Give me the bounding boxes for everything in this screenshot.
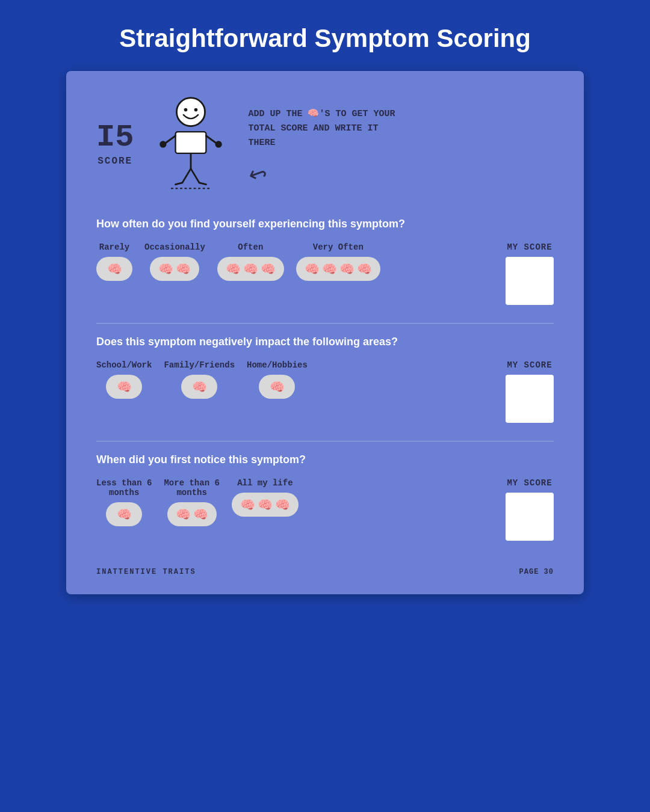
brain-icon: 🧠 (158, 262, 173, 276)
svg-point-2 (194, 108, 198, 112)
question-1-section: How often do you find yourself experienc… (96, 218, 554, 305)
main-card: I5 SCORE (66, 71, 584, 594)
option-all-my-life-brains: 🧠 🧠 🧠 (232, 493, 299, 517)
brain-icon: 🧠 (305, 262, 320, 276)
brain-icon: 🧠 (243, 262, 258, 276)
option-home-hobbies: Home/Hobbies 🧠 (247, 360, 308, 399)
option-school-work: School/Work 🧠 (96, 360, 152, 399)
hero-section: I5 SCORE (96, 95, 554, 194)
option-all-my-life: All my life 🧠 🧠 🧠 (232, 478, 299, 517)
my-score-label-2: MY SCORE (507, 360, 552, 370)
score-input-box-3[interactable] (506, 493, 554, 541)
option-family-friends-brains: 🧠 (181, 375, 217, 399)
svg-line-12 (200, 183, 206, 185)
question-2-text: Does this symptom negatively impact the … (96, 336, 554, 348)
option-very-often-brains: 🧠 🧠 🧠 🧠 (296, 257, 380, 281)
svg-point-0 (177, 98, 205, 126)
option-all-my-life-label: All my life (237, 478, 292, 488)
divider-1 (96, 323, 554, 324)
stick-figure-icon (152, 95, 230, 191)
my-score-label-3: MY SCORE (507, 478, 552, 488)
brain-icon: 🧠 (240, 497, 255, 512)
arrow-icon: ↩ (246, 149, 300, 189)
option-often-label: Often (238, 242, 263, 252)
question-2-section: Does this symptom negatively impact the … (96, 336, 554, 423)
brain-icon: 🧠 (226, 262, 241, 276)
option-more-than-6-label: More than 6months (164, 478, 219, 497)
score-input-box-1[interactable] (506, 257, 554, 305)
option-occasionally: Occasionally 🧠 🧠 (144, 242, 205, 281)
brain-icon: 🧠 (117, 380, 132, 394)
option-often-brains: 🧠 🧠 🧠 (217, 257, 284, 281)
question-1-text: How often do you find yourself experienc… (96, 218, 554, 230)
brain-icon: 🧠 (322, 262, 337, 276)
my-score-label-1: MY SCORE (507, 242, 552, 252)
brain-icon: 🧠 (275, 497, 290, 512)
option-often: Often 🧠 🧠 🧠 (217, 242, 284, 281)
svg-line-11 (176, 183, 182, 185)
option-occasionally-brains: 🧠 🧠 (150, 257, 199, 281)
svg-rect-3 (176, 132, 206, 153)
brain-icon: 🧠 (261, 262, 276, 276)
brain-icon: 🧠 (339, 262, 354, 276)
svg-line-4 (166, 136, 176, 143)
question-3-options: Less than 6months 🧠 More than 6months 🧠 … (96, 478, 554, 541)
option-very-often: Very Often 🧠 🧠 🧠 🧠 (296, 242, 380, 281)
brain-icon: 🧠 (270, 380, 285, 394)
instruction-text: ADD UP THE 🧠'S TO GET YOURTOTAL SCORE AN… (248, 107, 404, 150)
question-1-score-box: MY SCORE (506, 242, 554, 305)
page-title: Straightforward Symptom Scoring (107, 0, 543, 71)
brain-icon: 🧠 (357, 262, 372, 276)
question-3-section: When did you first notice this symptom? … (96, 454, 554, 541)
option-home-hobbies-label: Home/Hobbies (247, 360, 308, 370)
footer-right-text: PAGE 30 (519, 568, 554, 576)
brain-icon: 🧠 (258, 497, 273, 512)
option-rarely-label: Rarely (99, 242, 129, 252)
option-less-than-6-brains: 🧠 (106, 502, 142, 526)
svg-point-1 (184, 108, 188, 112)
option-more-than-6-brains: 🧠 🧠 (167, 502, 217, 526)
question-2-options: School/Work 🧠 Family/Friends 🧠 Home/Hobb… (96, 360, 554, 423)
option-home-hobbies-brains: 🧠 (259, 375, 295, 399)
score-input-box-2[interactable] (506, 375, 554, 423)
svg-point-7 (215, 141, 222, 147)
brain-icon: 🧠 (176, 262, 191, 276)
brain-icon: 🧠 (193, 507, 208, 521)
option-very-often-label: Very Often (313, 242, 364, 252)
svg-point-5 (160, 141, 167, 147)
question-3-text: When did you first notice this symptom? (96, 454, 554, 466)
question-1-options: Rarely 🧠 Occasionally 🧠 🧠 Often 🧠 (96, 242, 554, 305)
card-footer: INATTENTIVE TRAITS PAGE 30 (96, 559, 554, 576)
option-occasionally-label: Occasionally (144, 242, 205, 252)
option-school-work-label: School/Work (96, 360, 152, 370)
option-rarely-brains: 🧠 (96, 257, 132, 281)
svg-line-6 (206, 136, 217, 143)
question-3-score-box: MY SCORE (506, 478, 554, 541)
footer-left-text: INATTENTIVE TRAITS (96, 568, 196, 576)
option-school-work-brains: 🧠 (106, 375, 142, 399)
score-label: SCORE (98, 156, 132, 167)
option-rarely: Rarely 🧠 (96, 242, 132, 281)
brain-icon: 🧠 (117, 507, 132, 521)
brain-icon: 🧠 (176, 507, 191, 521)
option-less-than-6: Less than 6months 🧠 (96, 478, 152, 526)
option-family-friends: Family/Friends 🧠 (164, 360, 235, 399)
svg-line-10 (191, 168, 199, 183)
brain-icon: 🧠 (192, 380, 207, 394)
option-more-than-6: More than 6months 🧠 🧠 (164, 478, 219, 526)
option-less-than-6-label: Less than 6months (96, 478, 152, 497)
divider-2 (96, 441, 554, 441)
question-2-score-box: MY SCORE (506, 360, 554, 423)
brain-icon: 🧠 (107, 262, 122, 276)
svg-line-9 (182, 168, 191, 183)
score-number: I5 (96, 122, 134, 153)
option-family-friends-label: Family/Friends (164, 360, 235, 370)
